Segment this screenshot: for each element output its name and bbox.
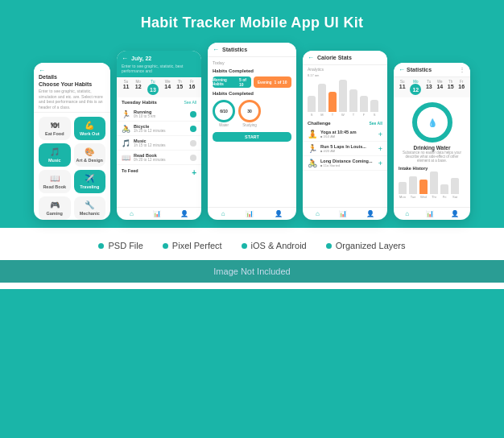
evening-bar: Evening 1 of 10 bbox=[254, 76, 292, 88]
more-icon[interactable]: ⋮ bbox=[459, 66, 465, 73]
footer: PSD File Pixel Perfect iOS & Android Org… bbox=[0, 228, 504, 289]
nav-bar-4: ⌂ 📊 👤 bbox=[303, 207, 387, 220]
date-12[interactable]: Mo 12 bbox=[135, 80, 142, 95]
challenge-yoga: 🧘 Yoga at 10:45 am ■ 3/10 AM + bbox=[303, 127, 387, 142]
drinking-label: Drinking Water bbox=[414, 145, 451, 151]
feature-ios-label: iOS & Android bbox=[251, 241, 307, 250]
date-11[interactable]: Su 11 bbox=[123, 80, 130, 95]
habit-travel[interactable]: ✈️ Traveling bbox=[74, 170, 106, 193]
home-icon-5[interactable]: ⌂ bbox=[405, 210, 409, 217]
habit-read[interactable]: 📖 Read Book bbox=[39, 170, 71, 193]
chart-icon-5[interactable]: 📊 bbox=[426, 210, 434, 217]
phone1-header-title: Details bbox=[39, 74, 105, 80]
footer-note-text: Image Not Included bbox=[213, 267, 290, 276]
habit-eat-food[interactable]: 🍽 Eat Food bbox=[39, 117, 71, 140]
habit-check-4 bbox=[190, 155, 196, 161]
home-icon-3[interactable]: ⌂ bbox=[221, 210, 225, 217]
drinking-sub: Substance no easier data helps your desc… bbox=[397, 151, 467, 163]
phone-habits: ← Details Choose Your Habits Enter to se… bbox=[34, 63, 110, 220]
dot-layers bbox=[326, 243, 332, 249]
to-feed-row: To Feed + bbox=[117, 165, 201, 180]
phone-calorie: ← Calorie Stats Analytics 8.17 am S M T … bbox=[303, 51, 387, 220]
water-stat: 6/10 Water bbox=[213, 100, 235, 127]
date-13-selected[interactable]: Tu 13 bbox=[147, 80, 159, 95]
back-icon-4[interactable]: ← bbox=[308, 54, 314, 61]
person-icon-2[interactable]: 👤 bbox=[180, 210, 188, 217]
home-icon-4[interactable]: ⌂ bbox=[316, 210, 320, 217]
date-15[interactable]: Th 15 bbox=[176, 80, 183, 95]
feature-psd: PSD File bbox=[98, 241, 143, 250]
feature-psd-label: PSD File bbox=[108, 241, 143, 250]
challenge-distance: 🚴 Long Distance Coming... ■ 11a Started … bbox=[303, 156, 387, 171]
add-run[interactable]: + bbox=[378, 145, 382, 153]
features-row: PSD File Pixel Perfect iOS & Android Org… bbox=[0, 236, 504, 255]
calendar-month: July, 22 bbox=[131, 56, 151, 61]
circles-row: 6/10 Water 30 Studying bbox=[208, 97, 296, 130]
chart-icon-3[interactable]: 📊 bbox=[246, 210, 254, 217]
nav-bar-2: ⌂ 📊 👤 bbox=[117, 207, 201, 220]
habits-completed-label: Habits Completed bbox=[208, 67, 296, 75]
add-yoga[interactable]: + bbox=[378, 130, 382, 138]
back-icon-3[interactable]: ← bbox=[213, 46, 219, 53]
footer-note: Image Not Included bbox=[0, 260, 504, 283]
water-stats-title: Statistics bbox=[407, 67, 432, 72]
w-date-16[interactable]: Fr 16 bbox=[458, 80, 465, 95]
habit-readbook-row: 📖 Read Book 0h 20 to 12 minutes bbox=[117, 151, 201, 165]
phones-section: ← Details Choose Your Habits Enter to se… bbox=[0, 43, 504, 228]
calendar-dates: Su 11 Mo 12 Tu 13 We 14 Th 15 Fr 16 bbox=[117, 77, 201, 97]
donut-section: 💧 Drinking Water Substance no easier dat… bbox=[394, 97, 470, 164]
phone-water: ← Statistics ⋮ Su 11 Mo 12 Tu 13 We 14 bbox=[394, 63, 470, 220]
phone-statistics: ← Statistics Today Habits Completed Morn… bbox=[208, 43, 296, 220]
w-date-11[interactable]: Su 11 bbox=[399, 80, 406, 95]
w-date-13[interactable]: Tu 13 bbox=[426, 80, 432, 95]
w-date-14[interactable]: We 14 bbox=[436, 80, 443, 95]
chart-icon-4[interactable]: 📊 bbox=[339, 210, 347, 217]
phone-calendar: ← July, 22 Enter to see graphic, statist… bbox=[117, 51, 201, 220]
dot-psd bbox=[98, 243, 104, 249]
habits-subtitle: Enter to see graphic, statistic, simulat… bbox=[39, 89, 105, 110]
choose-habits-title: Choose Your Habits bbox=[39, 80, 105, 89]
person-icon-4[interactable]: 👤 bbox=[366, 210, 374, 217]
habit-grid: 🍽 Eat Food 💪 Work Out 🎵 Music 🎨 Art & De… bbox=[34, 113, 110, 220]
water-donut: 💧 bbox=[412, 102, 452, 143]
habit-music[interactable]: 🎵 Music bbox=[39, 143, 71, 167]
feature-layers: Organized Layers bbox=[326, 241, 406, 250]
home-icon-2[interactable]: ⌂ bbox=[130, 210, 134, 217]
habit-work-out[interactable]: 💪 Work Out bbox=[74, 117, 106, 140]
feature-pixel-label: Pixel Perfect bbox=[172, 241, 222, 250]
challenge-run: 🏃 Run 5 Laps In Louis... ■ 4/20 AM + bbox=[303, 142, 387, 156]
water-dates: Su 11 Mo 12 Tu 13 We 14 Th 15 Fr 16 bbox=[394, 77, 470, 97]
date-14[interactable]: We 14 bbox=[164, 80, 171, 95]
today-label: Today bbox=[208, 57, 296, 67]
habits-completed-label2: Habits Completed bbox=[208, 89, 296, 97]
habit-bicycle: 🚴 Bicycle 1h 25 to 12 minutes bbox=[117, 122, 201, 136]
habit-art[interactable]: 🎨 Art & Design bbox=[74, 143, 106, 167]
see-all-link[interactable]: See All bbox=[184, 100, 196, 105]
w-date-12-selected[interactable]: Mo 12 bbox=[410, 80, 421, 95]
w-date-15[interactable]: Th 15 bbox=[448, 80, 454, 95]
start-button[interactable]: START bbox=[213, 132, 291, 142]
person-icon-3[interactable]: 👤 bbox=[275, 210, 283, 217]
add-icon[interactable]: + bbox=[192, 168, 196, 177]
nav-bar-3: ⌂ 📊 👤 bbox=[208, 207, 296, 220]
chart-icon-2[interactable]: 📊 bbox=[153, 210, 161, 217]
dot-ios bbox=[242, 243, 247, 249]
person-icon-5[interactable]: 👤 bbox=[451, 210, 459, 217]
feature-layers-label: Organized Layers bbox=[336, 241, 406, 250]
studying-stat: 30 Studying bbox=[238, 100, 261, 127]
back-icon[interactable]: ← bbox=[39, 67, 105, 74]
back-icon-5[interactable]: ← bbox=[399, 66, 405, 73]
intake-chart: Mon Tue Wed Thr Fri Sat bbox=[394, 172, 470, 200]
date-16[interactable]: Fr 16 bbox=[188, 80, 195, 95]
habit-running: 🏃 Running 0h 10 to 5 km bbox=[117, 107, 201, 122]
see-all-2[interactable]: See All bbox=[370, 121, 383, 126]
habit-gaming[interactable]: 🎮 Gaming bbox=[39, 196, 71, 220]
add-distance[interactable]: + bbox=[378, 159, 382, 167]
stats-title: Statistics bbox=[222, 47, 247, 52]
back-icon-2[interactable]: ← bbox=[122, 55, 128, 62]
habit-mechanic[interactable]: 🔧 Mechanic bbox=[74, 196, 106, 220]
dot-pixel bbox=[163, 243, 168, 249]
page-title: Habit Tracker Mobile App UI Kit bbox=[0, 14, 504, 31]
habit-check-2 bbox=[190, 126, 196, 132]
habit-check-3 bbox=[190, 140, 196, 147]
